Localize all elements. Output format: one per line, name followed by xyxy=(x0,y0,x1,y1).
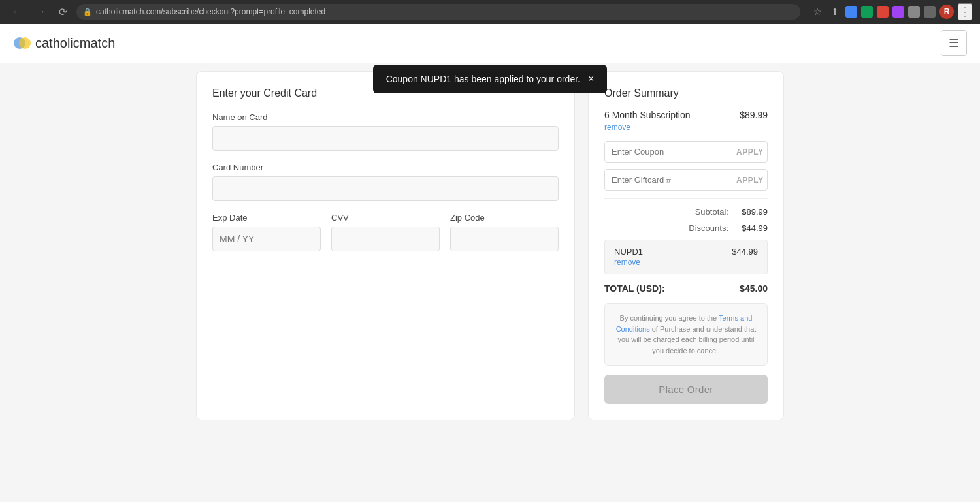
subtotal-row: Subtotal: $89.99 xyxy=(604,207,768,217)
coupon-code-col: NUPD1 remove xyxy=(614,247,643,267)
exp-date-label: Exp Date xyxy=(212,213,321,223)
logo: catholicmatch xyxy=(13,34,115,52)
discounts-label: Discounts: xyxy=(604,223,728,233)
toast-message: Coupon NUPD1 has been applied to your or… xyxy=(386,74,580,84)
subtotal-value: $89.99 xyxy=(728,207,768,217)
total-row: TOTAL (USD): $45.00 xyxy=(604,281,768,294)
card-number-label: Card Number xyxy=(212,163,559,172)
zip-code-group: Zip Code xyxy=(450,213,559,251)
ext-window-icon xyxy=(924,6,936,18)
card-number-input[interactable] xyxy=(212,176,559,201)
card-details-row: Exp Date CVV Zip Code xyxy=(212,213,559,263)
discounts-row: Discounts: $44.99 xyxy=(604,223,768,233)
ext-red-icon xyxy=(877,6,889,18)
forward-button[interactable]: → xyxy=(31,5,50,19)
toast-notification: Coupon NUPD1 has been applied to your or… xyxy=(373,65,608,93)
ext-purple-icon xyxy=(892,6,904,18)
applied-coupon-discount: $44.99 xyxy=(732,247,758,257)
cvv-label: CVV xyxy=(331,213,440,223)
lock-icon: 🔒 xyxy=(83,8,92,16)
logo-text: catholicmatch xyxy=(35,36,115,51)
coupon-input[interactable] xyxy=(605,142,728,162)
browser-chrome: ← → ⟳ 🔒 catholicmatch.com/subscribe/chec… xyxy=(0,0,980,24)
total-value: $45.00 xyxy=(740,283,768,294)
main-content: Enter your Credit Card Name on Card Card… xyxy=(98,58,882,433)
browser-actions: ☆ ⬆ R ⋮ xyxy=(811,3,972,20)
subscription-row: 6 Month Subscription $89.99 xyxy=(604,110,768,120)
svg-point-1 xyxy=(19,37,31,49)
hamburger-icon: ☰ xyxy=(949,36,959,50)
coupon-remove-link[interactable]: remove xyxy=(614,258,643,267)
place-order-button[interactable]: Place Order xyxy=(604,375,768,404)
card-number-group: Card Number xyxy=(212,163,559,201)
cvv-input[interactable] xyxy=(331,227,440,251)
ext-r-icon: R xyxy=(939,5,954,19)
order-summary-title: Order Summary xyxy=(604,87,768,99)
giftcard-apply-button[interactable]: APPLY xyxy=(728,170,768,190)
logo-icon xyxy=(13,34,31,52)
reload-button[interactable]: ⟳ xyxy=(55,5,71,20)
name-on-card-input[interactable] xyxy=(212,126,559,151)
back-button[interactable]: ← xyxy=(8,5,26,19)
bookmark-button[interactable]: ☆ xyxy=(811,5,825,18)
name-on-card-label: Name on Card xyxy=(212,112,559,122)
name-on-card-group: Name on Card xyxy=(212,112,559,151)
giftcard-input[interactable] xyxy=(605,170,728,190)
ext-puzzle-icon xyxy=(908,6,920,18)
address-bar[interactable]: 🔒 catholicmatch.com/subscribe/checkout?p… xyxy=(76,4,800,20)
order-summary-panel: Order Summary 6 Month Subscription $89.9… xyxy=(588,71,784,420)
giftcard-row: APPLY xyxy=(604,169,768,191)
ext-green-icon xyxy=(861,6,873,18)
subscription-price: $89.99 xyxy=(740,110,768,120)
zip-code-label: Zip Code xyxy=(450,213,559,223)
terms-before: By continuing you agree to the xyxy=(620,314,719,322)
cvv-group: CVV xyxy=(331,213,440,251)
subtotal-label: Subtotal: xyxy=(604,207,728,217)
applied-coupon-section: NUPD1 remove $44.99 xyxy=(604,240,768,274)
ext-blue-icon xyxy=(845,6,857,18)
coupon-apply-button[interactable]: APPLY xyxy=(728,142,768,162)
discounts-value: $44.99 xyxy=(728,223,768,233)
page-header: catholicmatch ☰ xyxy=(0,24,980,63)
header-menu-button[interactable]: ☰ xyxy=(941,30,967,56)
exp-date-input[interactable] xyxy=(212,227,321,251)
total-label: TOTAL (USD): xyxy=(604,283,665,294)
url-text: catholicmatch.com/subscribe/checkout?pro… xyxy=(96,7,325,16)
subscription-remove-link[interactable]: remove xyxy=(604,123,768,132)
toast-close-button[interactable]: × xyxy=(588,74,594,84)
share-button[interactable]: ⬆ xyxy=(828,5,841,18)
exp-date-group: Exp Date xyxy=(212,213,321,251)
applied-coupon-code: NUPD1 xyxy=(614,247,643,257)
browser-menu-button[interactable]: ⋮ xyxy=(958,3,972,20)
zip-code-input[interactable] xyxy=(450,227,559,251)
subscription-name: 6 Month Subscription xyxy=(604,110,691,120)
terms-text: By continuing you agree to the Terms and… xyxy=(614,313,758,356)
coupon-row: APPLY xyxy=(604,141,768,163)
terms-section: By continuing you agree to the Terms and… xyxy=(604,303,768,366)
divider xyxy=(604,198,768,199)
credit-card-panel: Enter your Credit Card Name on Card Card… xyxy=(196,71,575,420)
